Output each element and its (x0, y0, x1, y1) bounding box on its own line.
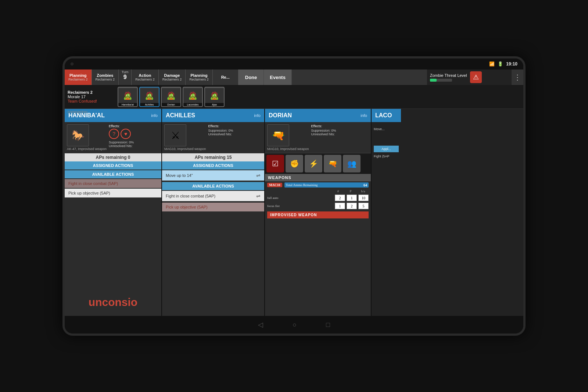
laco-apply-btn[interactable]: Appl... (374, 146, 399, 152)
home-button[interactable]: ○ (293, 321, 297, 329)
laco-header: LACO (372, 109, 401, 122)
wifi-icon: 📶 (489, 61, 495, 67)
tab-planning2[interactable]: Planning Reclaimers 2 (186, 70, 213, 85)
achilles-body: ⚔ MAG10, Improvised weapon Effects: Supp… (162, 122, 264, 316)
threat-bar (430, 79, 437, 82)
weapon-name-row: MAC10 Total Ammo Remaining 64 (265, 181, 371, 189)
achilles-effects: Effects: Suppression: 0% Unresolved hits… (208, 124, 262, 151)
achilles-portrait: ⚔ (164, 124, 186, 146)
unknown-status-icon: ? (109, 129, 119, 139)
achilles-portrait-row: ⚔ MAG10, Improvised weapon Effects: Supp… (162, 122, 264, 153)
action-icon-gun[interactable]: 🔫 (324, 155, 341, 172)
action-icon-fist[interactable]: ✊ (286, 155, 303, 172)
tab-re[interactable]: Re... (213, 70, 239, 85)
hannibaal-portrait-row: 🐎 AK-47, Improvised weapon Effects: ? ♥ … (65, 122, 161, 153)
avatar-ajax-img: 🧟 (205, 88, 224, 103)
dorian-action-icons: ☑ ✊ ⚡ 🔫 👥 (265, 153, 371, 174)
back-button[interactable]: ◁ (258, 321, 263, 329)
char-avatars: 🧟 Hanniba'al 🧟 Achilles 🧟 Dorian 🧟 Lacon… (118, 87, 225, 107)
screen: Planning Reclaimers 2 Zombies Reclaimers… (65, 70, 523, 316)
hannibaal-body: 🐎 AK-47, Improvised weapon Effects: ? ♥ … (65, 122, 161, 316)
focus-fire-p[interactable]: 2 (347, 203, 357, 209)
action-icon-lightning[interactable]: ⚡ (305, 155, 322, 172)
avatar-achilles-img: 🧟 (140, 88, 159, 103)
hannibaal-available-header[interactable]: AVAILABLE ACTIONS (65, 170, 161, 178)
party-row: Reclaimers 2 Morale 17 Team Confused! 🧟 … (65, 85, 523, 109)
main-content: companion HANNIBA'AL info 🐎 AK-47, Impro… (65, 109, 523, 316)
weapon-stat-full-auto: full auto 2 1 10 (265, 194, 371, 202)
move-arrow-icon: ⇌ (256, 172, 261, 178)
avatar-hannibaal[interactable]: 🧟 Hanniba'al (118, 87, 138, 107)
hannibaal-action-pickup[interactable]: Pick up objective (5AP) (65, 189, 161, 197)
heart-status-icon: ♥ (121, 129, 131, 139)
weapon-stats-header: # P b/a (265, 189, 371, 194)
achilles-action-pickup[interactable]: Pick up objective (5AP) (162, 203, 264, 211)
hannibaal-portrait: 🐎 (67, 124, 89, 146)
tab-action[interactable]: Action Reclaimers 2 (132, 70, 159, 85)
avatar-dorian[interactable]: 🧟 Dorian (161, 87, 181, 107)
full-auto-ba[interactable]: 10 (358, 195, 369, 201)
focus-fire-ba[interactable]: 5 (358, 203, 369, 209)
tablet: 📶 🔋 19:10 Planning Reclaimers 2 Zombies … (62, 56, 526, 336)
action-icon-group[interactable]: 👥 (343, 155, 361, 172)
weapons-header: WEAPONS (265, 174, 371, 181)
panel-achilles: ACHILLES info ⚔ MAG10, Improvised weapon… (162, 109, 265, 316)
ammo-bar: Total Ammo Remaining 64 (284, 182, 369, 188)
avatar-hannibaal-img: 🧟 (118, 88, 137, 103)
hannibaal-actions-area: Fight in close combat (5AP) Pick up obje… (65, 178, 161, 316)
zombie-threat-panel: Zombie Threat Level ⚠ (427, 70, 512, 85)
avatar-achilles[interactable]: 🧟 Achilles (139, 87, 159, 107)
events-button[interactable]: Events (264, 70, 292, 85)
panel-laco-partial: LACO Move... Appl... Fight (5AP (372, 109, 401, 316)
unconscious-overlay: unconsio (65, 296, 161, 309)
status-bar-right: 📶 🔋 19:10 (489, 61, 517, 67)
dorian-header: DORIAN info (265, 109, 371, 122)
bottom-nav: ◁ ○ □ (65, 316, 523, 334)
avatar-ajax[interactable]: 🧟 Ajax (204, 87, 225, 107)
full-auto-p[interactable]: 1 (347, 195, 357, 201)
achilles-action-fight[interactable]: Fight in close combat (5AP) ⇌ (162, 191, 264, 201)
full-auto-hash[interactable]: 2 (335, 195, 345, 201)
tab-damage[interactable]: Damage Reclaimers 2 (159, 70, 186, 85)
more-options-button[interactable]: ⋮ (512, 70, 523, 85)
turn-indicator: Turn 9 (119, 70, 132, 85)
dorian-portrait-row: 🔫 MAG10, Improvised weapon Effects: Supp… (265, 122, 371, 153)
dorian-portrait: 🔫 (267, 124, 289, 146)
hannibaal-assigned-header[interactable]: ASSIGNED ACTIONS (65, 161, 161, 170)
camera-icon (71, 63, 74, 65)
weapon-stat-focus-fire: focus fire 1 2 5 (265, 202, 371, 210)
panel-hannibaal: companion HANNIBA'AL info 🐎 AK-47, Impro… (65, 109, 162, 316)
achilles-header: ACHILLES info (162, 109, 264, 122)
action-icon-check[interactable]: ☑ (266, 155, 284, 172)
hannibaal-aps: APs remaining 0 (65, 153, 161, 161)
achilles-move-action[interactable]: Move up to 14" ⇌ (162, 170, 264, 181)
dorian-body: 🔫 MAG10, Improvised weapon Effects: Supp… (265, 122, 371, 316)
recent-button[interactable]: □ (326, 321, 330, 329)
hannibaal-action-fight[interactable]: Fight in close combat (5AP) (65, 179, 161, 188)
focus-fire-hash[interactable]: 1 (335, 203, 345, 209)
done-button[interactable]: Done (239, 70, 264, 85)
laco-body: Move... Appl... Fight (5AP (372, 122, 401, 160)
fight-arrow-icon: ⇌ (256, 193, 261, 199)
time-display: 19:10 (506, 61, 517, 67)
tab-zombies[interactable]: Zombies Reclaimers 2 (92, 70, 119, 85)
top-nav: Planning Reclaimers 2 Zombies Reclaimers… (65, 70, 523, 85)
companion-label: companion (68, 110, 87, 114)
threat-bar-container (430, 79, 452, 82)
panel-dorian: DORIAN info 🔫 MAG10, Improvised weapon E… (265, 109, 372, 316)
avatar-laconides[interactable]: 🧟 Laconides (183, 87, 203, 107)
achilles-assigned-header[interactable]: ASSIGNED ACTIONS (162, 161, 264, 170)
battery-icon: 🔋 (498, 61, 503, 67)
achilles-aps: APs remaining 15 (162, 153, 264, 161)
threat-warning-icon: ⚠ (470, 71, 482, 83)
hannibaal-status-icons: ? ♥ (109, 129, 159, 139)
dorian-effects: Effects: Suppression: 0% Unresolved hits… (311, 124, 369, 151)
status-bar: 📶 🔋 19:10 (65, 58, 523, 70)
achilles-available-header[interactable]: AVAILABLE ACTIONS (162, 182, 264, 190)
avatar-laconides-img: 🧟 (183, 88, 202, 103)
hannibaal-effects: Effects: ? ♥ Suppression: 0% Unresolved … (109, 124, 159, 151)
tab-planning[interactable]: Planning Reclaimers 2 (65, 70, 92, 85)
avatar-dorian-img: 🧟 (162, 88, 180, 103)
party-info: Reclaimers 2 Morale 17 Team Confused! (68, 90, 112, 103)
improvised-weapon-button[interactable]: IMPROVISED WEAPON (267, 211, 369, 218)
